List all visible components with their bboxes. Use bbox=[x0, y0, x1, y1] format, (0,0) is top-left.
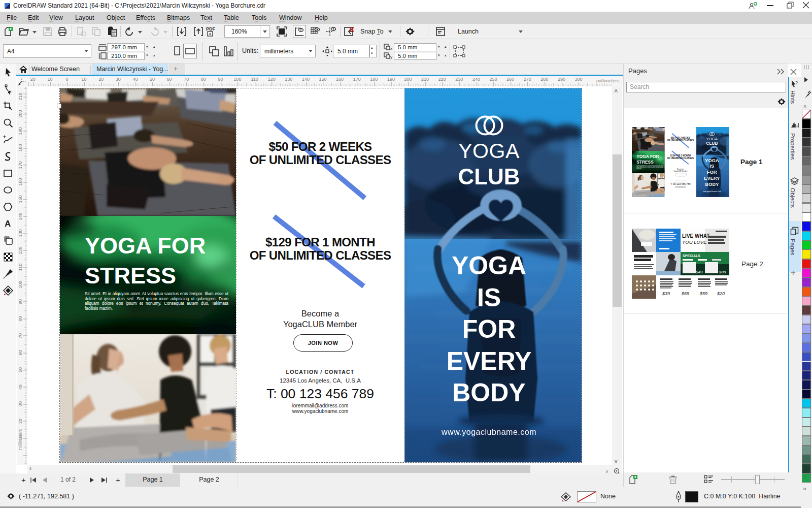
svg-text:$89: $89 bbox=[719, 270, 726, 274]
svg-text:$39: $39 bbox=[662, 291, 670, 296]
svg-text:A: A bbox=[5, 219, 11, 229]
svg-text:$69: $69 bbox=[681, 291, 689, 296]
svg-text:LIVE WHAT: LIVE WHAT bbox=[682, 233, 709, 239]
svg-text:$20: $20 bbox=[717, 291, 725, 296]
svg-text:$59: $59 bbox=[699, 291, 707, 296]
svg-text:YOU LOVE: YOU LOVE bbox=[682, 239, 707, 245]
svg-text:$49: $49 bbox=[695, 270, 703, 274]
svg-text:SPECIALS: SPECIALS bbox=[683, 254, 700, 258]
svg-text:?: ? bbox=[795, 80, 798, 85]
